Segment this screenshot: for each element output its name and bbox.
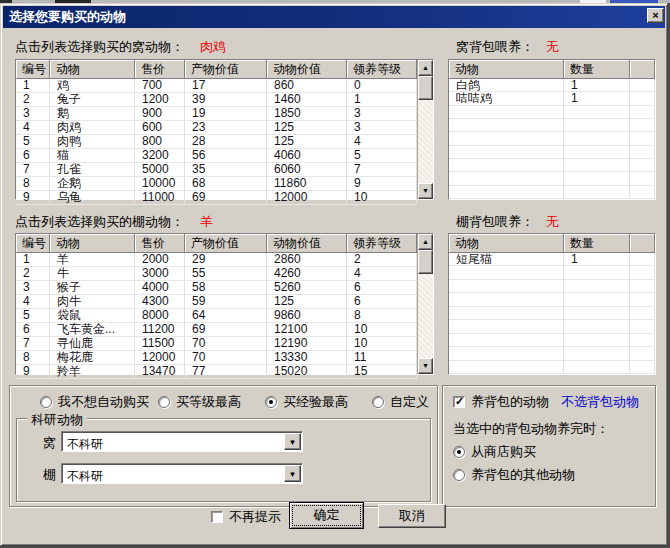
cell: 9 bbox=[16, 365, 50, 378]
coop-research-select[interactable]: 不科研 ▼ bbox=[61, 431, 303, 452]
shed-research-select[interactable]: 不科研 ▼ bbox=[61, 463, 303, 484]
chevron-down-icon[interactable]: ▼ bbox=[284, 433, 301, 450]
checkbox-label: 不再提示 bbox=[229, 508, 281, 526]
scrollbar-track[interactable] bbox=[418, 100, 433, 183]
column-header[interactable]: 售价 bbox=[135, 60, 185, 79]
radio-no-auto-buy[interactable]: 我不想自动购买 bbox=[40, 393, 149, 411]
scrollbar-thumb[interactable] bbox=[418, 250, 433, 274]
column-header[interactable]: 领养等级 bbox=[347, 60, 417, 79]
cell: 4 bbox=[347, 135, 417, 148]
table-row[interactable]: 6飞车黄金...11200691210010 bbox=[16, 323, 417, 337]
vertical-scrollbar[interactable]: ▲ ▼ bbox=[417, 60, 433, 199]
column-header[interactable]: 产物价值 bbox=[185, 60, 267, 79]
cell: 55 bbox=[185, 267, 267, 280]
table-row[interactable]: 3鹅9001918503 bbox=[16, 107, 417, 121]
screen: 选择您要购买的动物 × 点击列表选择购买的窝动物：肉鸡 窝背包喂养：无 编号 动… bbox=[0, 0, 670, 548]
cell: 1 bbox=[16, 79, 50, 92]
cell: 4300 bbox=[135, 295, 185, 308]
shed-selected-animal: 羊 bbox=[200, 214, 213, 229]
feed-bag-animals-option[interactable]: ✓养背包的动物不选背包动物 bbox=[453, 393, 639, 411]
column-header[interactable]: 动物 bbox=[449, 234, 564, 253]
cell: 5000 bbox=[135, 163, 185, 176]
table-row[interactable]: 8企鹅1000068118609 bbox=[16, 177, 417, 191]
radio-buy-highest-exp[interactable]: 买经验最高 bbox=[265, 393, 348, 411]
scroll-up-icon[interactable]: ▲ bbox=[418, 60, 433, 76]
table-row[interactable]: 1鸡700178600 bbox=[16, 79, 417, 93]
radio-icon bbox=[158, 396, 170, 408]
checkbox-label: 养背包的动物 bbox=[471, 393, 549, 411]
column-header[interactable]: 动物 bbox=[50, 60, 135, 79]
cell: 58 bbox=[185, 281, 267, 294]
table-row[interactable]: 白鸽1 bbox=[449, 79, 655, 92]
cell: 2 bbox=[347, 253, 417, 266]
column-header[interactable]: 动物价值 bbox=[267, 60, 347, 79]
table-row[interactable]: 4肉鸡600231253 bbox=[16, 121, 417, 135]
column-header[interactable]: 动物 bbox=[50, 234, 135, 253]
cell: 肉鸭 bbox=[50, 135, 135, 148]
radio-label: 我不想自动购买 bbox=[58, 393, 149, 411]
no-prompt-checkbox[interactable] bbox=[211, 511, 223, 523]
column-header[interactable]: 动物 bbox=[449, 60, 564, 79]
ok-button[interactable]: 确定 bbox=[289, 502, 364, 529]
cell: 4 bbox=[16, 121, 50, 134]
title-bar[interactable]: 选择您要购买的动物 bbox=[3, 6, 665, 28]
coop-section-label-row: 点击列表选择购买的窝动物：肉鸡 bbox=[15, 38, 226, 56]
cell: 8 bbox=[347, 309, 417, 322]
table-row[interactable]: 短尾猫1 bbox=[449, 253, 655, 266]
vertical-scrollbar[interactable]: ▲ ▼ bbox=[417, 234, 433, 374]
table-row[interactable]: 7孔雀50003560607 bbox=[16, 163, 417, 177]
radio-buy-from-shop[interactable]: 从商店购买 bbox=[453, 443, 536, 461]
column-header[interactable]: 售价 bbox=[135, 234, 185, 253]
cell: 6 bbox=[16, 149, 50, 162]
table-row[interactable]: 1羊20002928602 bbox=[16, 253, 417, 267]
table-row[interactable]: 8梅花鹿12000701333011 bbox=[16, 351, 417, 365]
scroll-down-icon[interactable]: ▼ bbox=[418, 183, 433, 199]
table-row[interactable]: 6猫32005640605 bbox=[16, 149, 417, 163]
column-header[interactable]: 编号 bbox=[16, 234, 50, 253]
cancel-button[interactable]: 取消 bbox=[378, 504, 446, 528]
table-row[interactable]: 咭咭鸡1 bbox=[449, 92, 655, 105]
cell bbox=[449, 307, 564, 319]
table-row[interactable]: 2牛30005542604 bbox=[16, 267, 417, 281]
column-header[interactable]: 编号 bbox=[16, 60, 50, 79]
shed-bag-value: 无 bbox=[546, 214, 559, 229]
coop-research-label: 窝 bbox=[43, 434, 56, 452]
scroll-up-icon[interactable]: ▲ bbox=[418, 234, 433, 250]
cell bbox=[564, 307, 630, 319]
close-button[interactable]: × bbox=[647, 8, 664, 23]
scrollbar-track[interactable] bbox=[418, 274, 433, 358]
chevron-down-icon[interactable]: ▼ bbox=[284, 465, 301, 482]
dialog-select-animals: 选择您要购买的动物 × 点击列表选择购买的窝动物：肉鸡 窝背包喂养：无 编号 动… bbox=[0, 3, 668, 546]
cell: 11500 bbox=[135, 337, 185, 350]
cell: 19 bbox=[185, 107, 267, 120]
shed-bag-table: 动物 数量 短尾猫1 bbox=[448, 233, 656, 375]
cell: 4260 bbox=[267, 267, 347, 280]
radio-custom[interactable]: 自定义 bbox=[372, 393, 429, 411]
column-header[interactable]: 领养等级 bbox=[347, 234, 417, 253]
deselect-bag-animal-link[interactable]: 不选背包动物 bbox=[561, 393, 639, 411]
table-row[interactable]: 9乌龟11000691200010 bbox=[16, 191, 417, 205]
table-row[interactable]: 9羚羊13470771502015 bbox=[16, 365, 417, 379]
cell: 77 bbox=[185, 365, 267, 378]
table-row bbox=[449, 146, 655, 159]
cell bbox=[564, 132, 630, 144]
table-row[interactable]: 7寻仙鹿11500701219010 bbox=[16, 337, 417, 351]
coop-bag-label: 窝背包喂养： bbox=[456, 39, 534, 54]
scroll-down-icon[interactable]: ▼ bbox=[418, 358, 433, 374]
coop-list-label: 点击列表选择购买的窝动物： bbox=[15, 39, 184, 54]
column-header[interactable]: 产物价值 bbox=[185, 234, 267, 253]
radio-feed-other-bag-animals[interactable]: 养背包的其他动物 bbox=[453, 466, 575, 484]
table-row[interactable]: 2兔子12003914601 bbox=[16, 93, 417, 107]
column-header[interactable]: 数量 bbox=[564, 234, 630, 253]
column-header[interactable] bbox=[630, 60, 655, 79]
table-row[interactable]: 3猴子40005852606 bbox=[16, 281, 417, 295]
column-header[interactable] bbox=[630, 234, 655, 253]
column-header[interactable]: 动物价值 bbox=[267, 234, 347, 253]
scrollbar-thumb[interactable] bbox=[418, 76, 433, 100]
radio-buy-highest-level[interactable]: 买等级最高 bbox=[158, 393, 241, 411]
table-row[interactable]: 5肉鸭800281254 bbox=[16, 135, 417, 149]
table-row[interactable]: 4肉牛4300591256 bbox=[16, 295, 417, 309]
no-prompt-option[interactable]: 不再提示 bbox=[211, 508, 281, 526]
column-header[interactable]: 数量 bbox=[564, 60, 630, 79]
table-row[interactable]: 5袋鼠80006498608 bbox=[16, 309, 417, 323]
